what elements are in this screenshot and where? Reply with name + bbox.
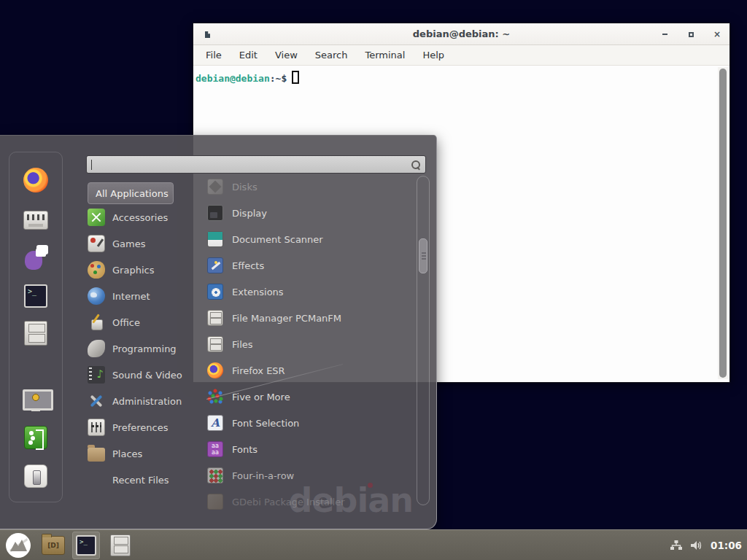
file-cabinet-icon xyxy=(207,310,223,326)
menu-search[interactable]: Search xyxy=(315,50,348,61)
app-document-scanner[interactable]: Document Scanner xyxy=(207,226,410,252)
app-file-manager-pcmanfm[interactable]: File Manager PCManFM xyxy=(207,305,410,331)
effects-icon xyxy=(207,257,223,273)
gdebi-icon xyxy=(207,494,223,510)
fonts-icon: aa aa xyxy=(207,441,223,457)
file-manager-icon[interactable] xyxy=(24,321,47,346)
close-icon[interactable]: × xyxy=(712,29,722,39)
minimize-icon[interactable] xyxy=(659,29,670,39)
pidgin-icon[interactable] xyxy=(23,245,48,270)
menu-help[interactable]: Help xyxy=(422,50,444,61)
preferences-icon xyxy=(88,419,105,436)
network-icon[interactable] xyxy=(670,539,683,552)
terminal-titlebar[interactable]: debian@debian: ~ × xyxy=(193,23,729,45)
app-display[interactable]: Display xyxy=(207,200,410,226)
menu-file[interactable]: File xyxy=(206,50,222,61)
app-files[interactable]: Files xyxy=(207,331,410,357)
games-icon xyxy=(88,235,105,252)
app-font-selection[interactable]: A Font Selection xyxy=(207,410,410,436)
debian-watermark: debian xyxy=(288,481,413,520)
app-five-or-more[interactable]: Five or More xyxy=(207,384,410,410)
desktop: debian@debian: ~ × File Edit View Search… xyxy=(0,0,747,560)
category-games[interactable]: Games xyxy=(88,230,204,257)
graphics-icon xyxy=(88,261,105,279)
settings-mixer-icon[interactable] xyxy=(23,208,48,230)
display-icon xyxy=(207,205,223,221)
file-cabinet-icon xyxy=(207,336,223,352)
pcmanfm-folder-icon[interactable]: [D] xyxy=(42,536,65,555)
category-sound-video[interactable]: Sound & Video xyxy=(88,362,204,388)
four-in-a-row-icon xyxy=(207,467,223,483)
sound-video-icon xyxy=(88,366,105,384)
menu-scrollbar-thumb[interactable] xyxy=(419,238,427,273)
category-office[interactable]: Office xyxy=(88,309,204,335)
window-title: debian@debian: ~ xyxy=(193,28,729,39)
scanner-icon xyxy=(207,231,223,247)
menu-terminal[interactable]: Terminal xyxy=(365,50,405,61)
terminal-icon: >_ xyxy=(76,535,96,556)
terminal-icon[interactable]: >_ xyxy=(24,284,47,308)
log-out-icon[interactable] xyxy=(24,426,47,449)
category-graphics[interactable]: Graphics xyxy=(88,257,204,283)
font-selection-icon: A xyxy=(207,415,223,431)
favorites-sidebar: >_ xyxy=(9,152,63,502)
menu-scrollbar[interactable] xyxy=(417,176,430,505)
magnifier-icon xyxy=(411,160,421,170)
category-accessories[interactable]: Accessories xyxy=(88,204,204,230)
files-cabinet-icon[interactable] xyxy=(110,534,131,556)
terminal-scrollbar[interactable] xyxy=(718,67,728,379)
volume-icon[interactable] xyxy=(689,539,704,552)
terminal-scrollbar-thumb[interactable] xyxy=(719,69,727,378)
application-menu: >_ All Applications Accessories Games xyxy=(0,135,437,529)
debian-logo-dot xyxy=(368,483,373,488)
taskbar: [D] >_ 01:06 xyxy=(0,529,747,560)
shut-down-icon[interactable] xyxy=(24,464,47,488)
office-icon xyxy=(88,314,105,331)
administration-icon xyxy=(88,392,105,410)
places-icon xyxy=(88,448,105,462)
app-effects[interactable]: Effects xyxy=(207,252,410,279)
terminal-cursor xyxy=(292,71,299,84)
programming-icon xyxy=(88,340,105,357)
category-places[interactable]: Places xyxy=(88,440,204,467)
menu-edit[interactable]: Edit xyxy=(239,50,258,61)
search-input[interactable] xyxy=(92,159,411,170)
app-disks[interactable]: Disks xyxy=(207,174,410,200)
terminal-menubar: File Edit View Search Terminal Help xyxy=(193,45,729,66)
category-recent-files[interactable]: Recent Files xyxy=(88,467,204,493)
menu-launcher-icon[interactable] xyxy=(5,532,31,559)
menu-view[interactable]: View xyxy=(275,50,298,61)
disks-icon xyxy=(207,179,223,195)
prompt-path: :~$ xyxy=(270,73,287,84)
system-tray: 01:06 xyxy=(670,539,747,552)
firefox-icon xyxy=(207,362,223,378)
prompt-user-host: debian@debian xyxy=(196,73,270,84)
terminal-taskbar-button[interactable]: >_ xyxy=(72,532,100,559)
category-programming[interactable]: Programming xyxy=(88,335,204,362)
app-extensions[interactable]: Extensions xyxy=(207,279,410,305)
search-box[interactable] xyxy=(86,155,426,174)
internet-icon xyxy=(88,287,105,305)
category-administration[interactable]: Administration xyxy=(88,388,204,414)
maximize-icon[interactable] xyxy=(686,29,696,39)
app-fonts[interactable]: aa aa Fonts xyxy=(207,436,410,462)
accessories-icon xyxy=(88,209,105,226)
clock[interactable]: 01:06 xyxy=(711,540,742,551)
category-all-applications[interactable]: All Applications xyxy=(88,182,174,204)
category-internet[interactable]: Internet xyxy=(88,283,204,309)
category-list: All Applications Accessories Games Graph… xyxy=(88,182,204,493)
app-firefox-esr[interactable]: Firefox ESR xyxy=(207,357,410,384)
firefox-icon[interactable] xyxy=(23,168,48,192)
application-list: Disks Display Document Scanner Effects E… xyxy=(207,174,410,515)
category-preferences[interactable]: Preferences xyxy=(88,414,204,440)
lock-screen-icon[interactable] xyxy=(23,389,49,411)
extensions-icon xyxy=(207,284,223,300)
